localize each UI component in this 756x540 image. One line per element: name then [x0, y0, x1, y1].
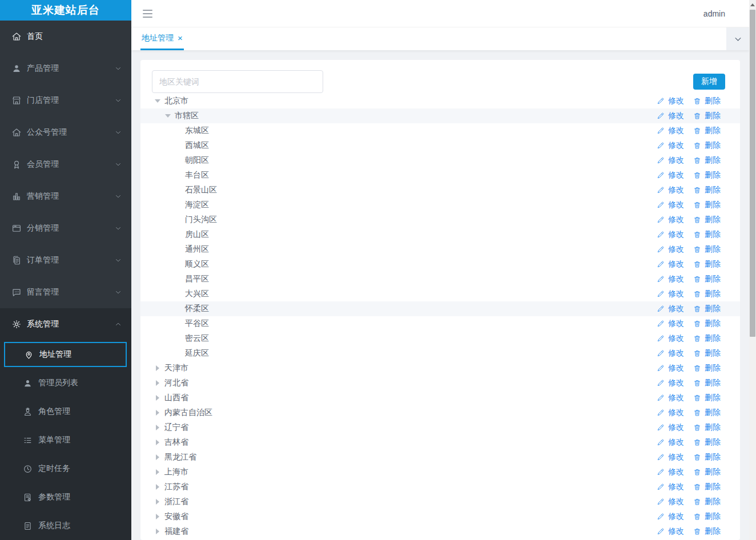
tree-row[interactable]: 安徽省修改删除 [140, 509, 740, 524]
edit-link[interactable]: 修改 [657, 229, 684, 240]
tree-row[interactable]: 江苏省修改删除 [140, 479, 740, 494]
delete-link[interactable]: 删除 [693, 497, 721, 507]
edit-link[interactable]: 修改 [657, 304, 684, 314]
edit-link[interactable]: 修改 [657, 126, 684, 136]
delete-link[interactable]: 删除 [693, 289, 721, 299]
edit-link[interactable]: 修改 [657, 319, 684, 329]
edit-link[interactable]: 修改 [657, 408, 684, 418]
edit-link[interactable]: 修改 [657, 170, 684, 180]
tree-row[interactable]: 北京市修改删除 [140, 94, 740, 108]
search-input[interactable] [152, 70, 323, 93]
tree-row[interactable]: 石景山区修改删除 [140, 183, 740, 198]
delete-link[interactable]: 删除 [693, 274, 721, 284]
tree-row[interactable]: 门头沟区修改删除 [140, 212, 740, 227]
sidebar-item-marketing[interactable]: 营销管理 [0, 180, 131, 212]
sidebar-subitem-admin-list[interactable]: 管理员列表 [0, 369, 131, 397]
delete-link[interactable]: 删除 [693, 96, 721, 106]
delete-link[interactable]: 删除 [693, 363, 721, 373]
delete-link[interactable]: 删除 [693, 304, 721, 314]
tree-row[interactable]: 辽宁省修改删除 [140, 420, 740, 435]
delete-link[interactable]: 删除 [693, 422, 721, 433]
expand-arrow-icon[interactable] [156, 395, 159, 401]
edit-link[interactable]: 修改 [657, 215, 684, 225]
tab-close-icon[interactable]: × [178, 34, 183, 42]
edit-link[interactable]: 修改 [657, 96, 684, 106]
edit-link[interactable]: 修改 [657, 333, 684, 344]
hamburger-menu-icon[interactable] [143, 10, 152, 18]
delete-link[interactable]: 删除 [693, 437, 721, 448]
delete-link[interactable]: 删除 [693, 408, 721, 418]
expand-arrow-icon[interactable] [156, 469, 159, 475]
scrollbar-up-arrow-icon[interactable] [749, 0, 756, 9]
edit-link[interactable]: 修改 [657, 155, 684, 166]
tree-row[interactable]: 丰台区修改删除 [140, 168, 740, 183]
delete-link[interactable]: 删除 [693, 511, 721, 522]
tree-row[interactable]: 平谷区修改删除 [140, 316, 740, 331]
expand-arrow-icon[interactable] [156, 365, 159, 371]
sidebar-item-message[interactable]: 留言管理 [0, 276, 131, 308]
tree-row[interactable]: 山西省修改删除 [140, 390, 740, 405]
delete-link[interactable]: 删除 [693, 259, 721, 269]
delete-link[interactable]: 删除 [693, 393, 721, 403]
sidebar-item-system[interactable]: 系统管理 [0, 308, 131, 340]
tree-row[interactable]: 西城区修改删除 [140, 138, 740, 153]
tree-row[interactable]: 顺义区修改删除 [140, 257, 740, 272]
sidebar-item-product[interactable]: 产品管理 [0, 53, 131, 84]
collapse-arrow-icon[interactable] [155, 99, 160, 103]
edit-link[interactable]: 修改 [657, 185, 684, 195]
delete-link[interactable]: 删除 [693, 229, 721, 240]
add-button[interactable]: 新增 [693, 74, 725, 90]
edit-link[interactable]: 修改 [657, 378, 684, 388]
tree-row[interactable]: 黑龙江省修改删除 [140, 450, 740, 465]
expand-arrow-icon[interactable] [156, 499, 159, 505]
sidebar-subitem-param[interactable]: 参数管理 [0, 483, 131, 511]
tree-row[interactable]: 吉林省修改删除 [140, 435, 740, 450]
delete-link[interactable]: 删除 [693, 170, 721, 180]
tab-address-management[interactable]: 地址管理 × [140, 27, 184, 50]
edit-link[interactable]: 修改 [657, 467, 684, 477]
tab-list-chevron-down-icon[interactable] [726, 27, 749, 50]
edit-link[interactable]: 修改 [657, 497, 684, 507]
edit-link[interactable]: 修改 [657, 482, 684, 492]
tree-row[interactable]: 通州区修改删除 [140, 242, 740, 257]
sidebar-subitem-menu[interactable]: 菜单管理 [0, 426, 131, 454]
edit-link[interactable]: 修改 [657, 363, 684, 373]
delete-link[interactable]: 删除 [693, 319, 721, 329]
sidebar-subitem-cron[interactable]: 定时任务 [0, 454, 131, 483]
current-user[interactable]: admin [703, 9, 725, 18]
sidebar-item-distribution[interactable]: 分销管理 [0, 212, 131, 244]
edit-link[interactable]: 修改 [657, 140, 684, 151]
expand-arrow-icon[interactable] [156, 484, 159, 490]
expand-arrow-icon[interactable] [156, 454, 159, 460]
sidebar-item-home[interactable]: 首页 [0, 21, 131, 53]
tree-row[interactable]: 市辖区修改删除 [140, 108, 740, 123]
edit-link[interactable]: 修改 [657, 244, 684, 255]
delete-link[interactable]: 删除 [693, 140, 721, 151]
expand-arrow-icon[interactable] [156, 514, 159, 519]
delete-link[interactable]: 删除 [693, 200, 721, 210]
delete-link[interactable]: 删除 [693, 482, 721, 492]
sidebar-subitem-role[interactable]: 角色管理 [0, 397, 131, 426]
edit-link[interactable]: 修改 [657, 348, 684, 358]
edit-link[interactable]: 修改 [657, 526, 684, 537]
delete-link[interactable]: 删除 [693, 526, 721, 537]
page-scrollbar[interactable] [749, 0, 756, 540]
tree-row[interactable]: 大兴区修改删除 [140, 287, 740, 301]
edit-link[interactable]: 修改 [657, 111, 684, 121]
edit-link[interactable]: 修改 [657, 289, 684, 299]
tree-row[interactable]: 内蒙古自治区修改删除 [140, 405, 740, 420]
sidebar-item-official-account[interactable]: 公众号管理 [0, 116, 131, 148]
tree-row[interactable]: 浙江省修改删除 [140, 494, 740, 509]
edit-link[interactable]: 修改 [657, 452, 684, 462]
tree-row[interactable]: 延庆区修改删除 [140, 346, 740, 361]
expand-arrow-icon[interactable] [156, 425, 159, 430]
sidebar-subitem-log[interactable]: 系统日志 [0, 511, 131, 540]
collapse-arrow-icon[interactable] [165, 114, 171, 118]
delete-link[interactable]: 删除 [693, 111, 721, 121]
delete-link[interactable]: 删除 [693, 185, 721, 195]
tree-row[interactable]: 朝阳区修改删除 [140, 153, 740, 168]
delete-link[interactable]: 删除 [693, 348, 721, 358]
expand-arrow-icon[interactable] [156, 529, 159, 534]
tree-row[interactable]: 天津市修改删除 [140, 361, 740, 376]
edit-link[interactable]: 修改 [657, 200, 684, 210]
